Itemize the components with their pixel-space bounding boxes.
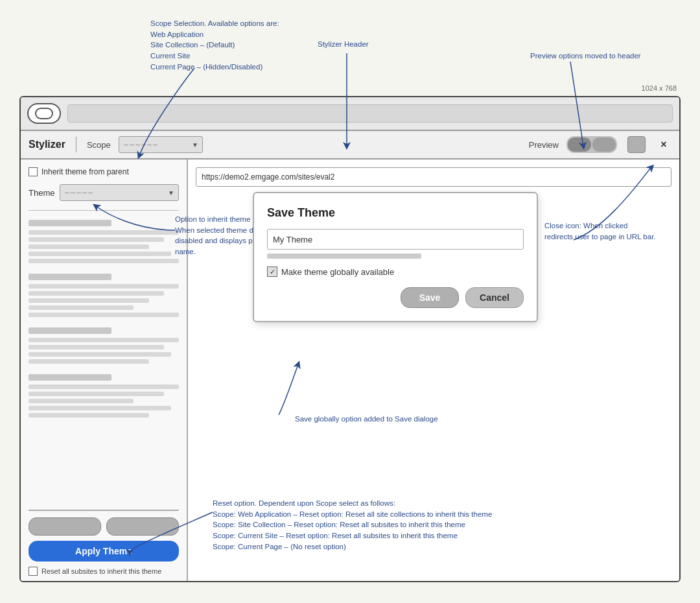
close-button[interactable]: × <box>656 137 671 152</box>
inherit-label: Inherit theme from parent <box>41 167 129 176</box>
inherit-checkbox[interactable] <box>29 167 38 176</box>
annotation-close-icon: Close icon: When clickedredirects user t… <box>544 220 656 242</box>
dialog-checkbox-row: ✓ Make theme globally available <box>267 266 524 277</box>
preview-label: Preview <box>529 140 559 150</box>
sketch-title-3 <box>29 327 111 334</box>
sketch-line <box>29 313 179 317</box>
stylizer-toolbar: Stylizer Scope ∼∼∼∼∼∼ ▼ Preview × <box>21 131 679 160</box>
reset-checkbox[interactable] <box>29 567 38 576</box>
inherit-row: Inherit theme from parent <box>29 167 179 176</box>
button-gray-1[interactable] <box>29 517 101 536</box>
sketch-line <box>29 230 179 235</box>
sketch-line <box>29 384 179 389</box>
theme-dropdown-value: ∼∼∼∼∼ <box>64 189 93 197</box>
url-bar[interactable]: https://demo2.emgage.com/sites/eval2 <box>196 167 671 187</box>
browser-url-bar <box>67 104 673 123</box>
apply-theme-button[interactable]: Apply Theme <box>29 541 179 562</box>
dialog-button-row: Save Cancel <box>267 287 524 308</box>
save-button[interactable]: Save <box>401 287 459 308</box>
annotation-stylizer-header: Stylizer Header <box>318 39 369 50</box>
preview-toggle[interactable] <box>566 136 617 153</box>
button-gray-2[interactable] <box>106 517 179 536</box>
annotation-preview-options: Preview options moved to header <box>530 51 641 62</box>
sketch-title-2 <box>29 274 111 280</box>
sketch-title-1 <box>29 220 111 226</box>
globally-available-label: Make theme globally available <box>281 267 394 277</box>
annotation-reset-option: Reset option. Dependent upon Scope selec… <box>213 498 492 552</box>
sketch-block-4 <box>29 374 179 418</box>
globally-available-checkbox[interactable]: ✓ <box>267 266 277 277</box>
sketch-line <box>29 359 149 364</box>
sketch-block-1 <box>29 220 179 263</box>
browser-logo <box>27 103 61 124</box>
sketch-line <box>29 338 179 342</box>
sketch-block-2 <box>29 274 179 317</box>
sketch-title-4 <box>29 374 111 381</box>
preview-btn-tablet[interactable] <box>592 137 616 152</box>
sketch-line <box>29 352 171 357</box>
sketch-line <box>29 345 164 349</box>
browser-chrome <box>21 97 679 131</box>
theme-label: Theme <box>29 188 54 198</box>
scope-dropdown-arrow: ▼ <box>192 141 198 148</box>
scope-label: Scope <box>87 140 111 150</box>
scope-dropdown[interactable]: ∼∼∼∼∼∼ ▼ <box>119 136 203 153</box>
url-text: https://demo2.emgage.com/sites/eval2 <box>202 172 334 182</box>
annotation-scope: Scope Selection. Available options are: … <box>150 18 279 72</box>
sketch-line <box>29 406 171 410</box>
sketch-lines-4 <box>29 384 179 418</box>
sketch-line <box>29 413 149 418</box>
sketch-line <box>29 284 179 289</box>
dimension-label: 1024 x 768 <box>642 84 677 92</box>
cancel-button[interactable]: Cancel <box>465 287 524 308</box>
button-row <box>29 517 179 536</box>
sketch-line <box>29 392 164 396</box>
sketch-block-3 <box>29 327 179 364</box>
toolbar-divider <box>76 137 76 152</box>
sketch-line <box>29 399 134 403</box>
left-bottom: Apply Theme Reset all subsites to inheri… <box>29 510 179 576</box>
reset-label: Reset all subsites to inherit this theme <box>41 567 161 575</box>
scope-value: ∼∼∼∼∼∼ <box>123 141 158 149</box>
sketch-line <box>29 298 149 303</box>
annotation-save-globally: Save globally option added to Save dialo… <box>295 414 438 425</box>
dialog-title: Save Theme <box>267 206 524 220</box>
sketch-line <box>29 252 171 256</box>
theme-dropdown[interactable]: ∼∼∼∼∼ ▼ <box>60 184 179 201</box>
sketch-lines-1 <box>29 230 179 263</box>
reset-row: Reset all subsites to inherit this theme <box>29 567 179 576</box>
theme-row: Theme ∼∼∼∼∼ ▼ <box>29 184 179 201</box>
theme-name-input[interactable] <box>267 229 524 250</box>
left-panel: Inherit theme from parent Theme ∼∼∼∼∼ ▼ <box>21 160 188 582</box>
sketch-line <box>29 244 149 249</box>
preview-btn-desktop[interactable] <box>568 137 591 152</box>
stylizer-label: Stylizer <box>29 139 65 150</box>
section-divider-1 <box>29 210 179 211</box>
sketch-line <box>29 305 134 310</box>
preview-size-button[interactable] <box>627 136 646 153</box>
sketch-lines-3 <box>29 338 179 364</box>
theme-dropdown-arrow: ▼ <box>168 189 174 196</box>
sketch-line <box>29 259 179 263</box>
save-theme-dialog: Save Theme ✓ Make theme globally availab… <box>253 192 538 322</box>
sketch-line <box>29 237 164 242</box>
dialog-wavy-line <box>267 254 421 259</box>
sketch-line <box>29 291 164 296</box>
sketch-lines-2 <box>29 284 179 317</box>
browser-logo-inner <box>35 108 53 119</box>
